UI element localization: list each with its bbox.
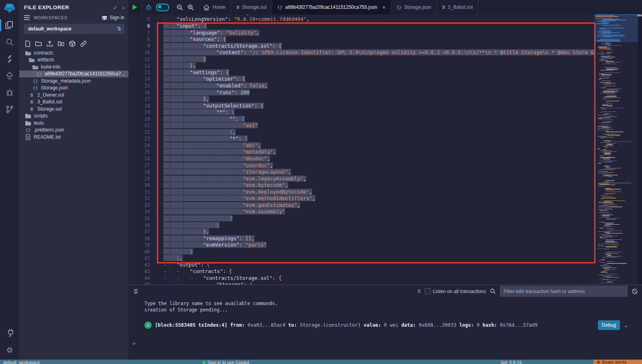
transaction-row[interactable]: ✓ [block:5583405 txIndex:4] from: 0xa03.… (144, 320, 634, 330)
minimap-line (607, 177, 613, 177)
tab-storage-sol[interactable]: SStorage.sol (231, 0, 272, 14)
tab-whitespace: → (190, 215, 203, 222)
tab-storage-json[interactable]: {}Storage.json (391, 0, 437, 14)
tab-whitespace: → (230, 202, 243, 209)
minimap-line (604, 175, 618, 175)
settings-icon[interactable]: ⚙ (0, 342, 19, 358)
sign-in-button[interactable]: Sign in (102, 15, 124, 20)
tree-item-build-info[interactable]: build-info (19, 63, 128, 71)
tree-item-artifacts[interactable]: artifacts (19, 57, 128, 64)
ipfs-box-icon[interactable] (69, 40, 76, 47)
minimap-line (605, 131, 609, 131)
ai-assistant-icon[interactable] (145, 4, 152, 11)
minimap-line (605, 61, 614, 61)
line-number: 8 (128, 36, 150, 43)
tree-item-readme-txt[interactable]: README.txt (19, 133, 128, 141)
code-line-45: →→→→"Storage": { (163, 281, 252, 285)
run-script-icon[interactable] (132, 4, 138, 10)
chevron-right-icon[interactable]: › (122, 4, 124, 11)
close-icon[interactable]: × (382, 4, 386, 10)
code-line-19: →→→→"*": { (163, 109, 234, 116)
tree-item-storage-metadata-json[interactable]: {}Storage_metadata.json (19, 77, 128, 85)
link-icon[interactable] (80, 40, 87, 47)
expand-terminal-icon[interactable] (133, 289, 138, 294)
hamburger-icon[interactable] (24, 15, 30, 20)
tx-expand-icon[interactable]: ⌄ (624, 322, 628, 328)
tree-item--prettierrc-json[interactable]: {}.prettierrc.json (19, 127, 128, 134)
terminal-header: 0 Listen on all transactions Filter with… (128, 285, 642, 297)
upload-folder-icon[interactable] (58, 40, 65, 47)
code-editor[interactable]: 4→"solcVersion": "0.8.19",5→"solcLongVer… (128, 14, 642, 285)
zoom-in-icon[interactable] (187, 4, 194, 11)
minimap-line (601, 259, 605, 260)
status-workspace[interactable]: default_workspace (3, 360, 40, 364)
minimap-line (600, 265, 606, 265)
line-number: 16 (128, 89, 150, 96)
status-copilot[interactable]: Sign in to use Copilot (203, 360, 249, 364)
code-line-25: →→→→→→"metadata", (163, 149, 276, 156)
tree-item-3-ballot-sol[interactable]: S3_Ballot.sol (19, 99, 128, 106)
zoom-out-icon[interactable] (177, 4, 183, 11)
scrollbar-thumb[interactable] (637, 14, 642, 16)
line-number: 34 (128, 208, 150, 215)
minimap-line (605, 240, 615, 241)
minimap-line (600, 214, 614, 215)
tabs: HomeSStorage.sol{}a69b43f277ba20fcac1411… (198, 0, 478, 14)
new-file-icon[interactable] (25, 40, 31, 47)
file-explorer-icon[interactable] (0, 17, 19, 34)
deploy-run-icon[interactable] (0, 67, 19, 84)
listen-all-transactions[interactable]: Listen on all transactions (425, 288, 486, 294)
tree-item-tests[interactable]: tests (19, 119, 128, 127)
tab-whitespace: → (230, 156, 243, 162)
minimap-line (599, 82, 612, 83)
minimap-line (607, 55, 612, 55)
workspace-select[interactable]: default_workspace ⇅ (24, 24, 124, 34)
tab-whitespace: → (190, 156, 203, 162)
tab-whitespace: → (216, 162, 230, 169)
tab-a69b43f277ba20fcac141151250ca755-json[interactable]: {}a69b43f277ba20fcac141151250ca755.json× (272, 0, 391, 14)
code-line-35: →→→→→] (163, 215, 233, 222)
tree-item-2-owner-sol[interactable]: S2_Owner.sol (19, 91, 128, 99)
debugger-icon[interactable] (0, 84, 19, 101)
tab-whitespace: → (230, 149, 243, 156)
minimap-line (605, 117, 618, 117)
line-number: 12 (128, 63, 150, 69)
git-icon[interactable] (0, 101, 19, 118)
tab-whitespace: → (190, 242, 203, 249)
remix-logo-icon[interactable] (0, 0, 19, 17)
workspace-name: default_workspace (28, 26, 117, 32)
plugin-manager-icon[interactable] (0, 325, 19, 342)
code-line-13: →→"settings": { (163, 69, 229, 76)
tree-item-label: Storage_metadata.json (41, 78, 91, 84)
minimap-line (604, 200, 625, 201)
minimap-line (603, 159, 610, 160)
tree-item-storage-sol[interactable]: SStorage.sol (19, 105, 128, 113)
listen-checkbox[interactable] (425, 288, 431, 294)
vertical-scrollbar[interactable] (638, 14, 642, 285)
tab-home[interactable]: Home (198, 0, 231, 14)
new-folder-icon[interactable] (35, 40, 42, 47)
minimap[interactable] (595, 14, 638, 285)
minimap-line (603, 166, 611, 166)
transaction-filter-input[interactable]: Filter with transaction hash or address (500, 286, 628, 297)
tree-item-scripts[interactable]: scripts (19, 113, 128, 120)
debug-button[interactable]: Debug (598, 320, 620, 330)
upload-file-icon[interactable] (47, 40, 53, 47)
tree-item-contracts[interactable]: contracts (19, 49, 128, 57)
minimap-line (602, 162, 612, 162)
minimap-line (602, 127, 610, 127)
terminal-prompt[interactable]: > (132, 340, 136, 346)
tree-item-storage-json[interactable]: {}Storage.json (19, 85, 128, 92)
tab-3-ballot-sol[interactable]: S3_Ballot.sol (437, 0, 478, 14)
scam-alerts-button[interactable]: Scam alerts (593, 360, 642, 364)
solidity-compiler-icon[interactable] (0, 51, 19, 67)
minimap-line (600, 138, 604, 138)
minimap-line (607, 245, 620, 245)
tree-item-a69b43f277ba20fcac141151250ca7-[interactable]: {}a69b43f277ba20fcac141151250ca7... (19, 71, 128, 78)
code-line-41: →}, (163, 255, 183, 262)
tab-whitespace: → (216, 195, 230, 202)
tab-whitespace: → (203, 189, 216, 196)
search-icon[interactable] (0, 34, 19, 51)
clear-console-icon[interactable] (632, 288, 638, 295)
ai-toggle[interactable] (156, 4, 169, 11)
